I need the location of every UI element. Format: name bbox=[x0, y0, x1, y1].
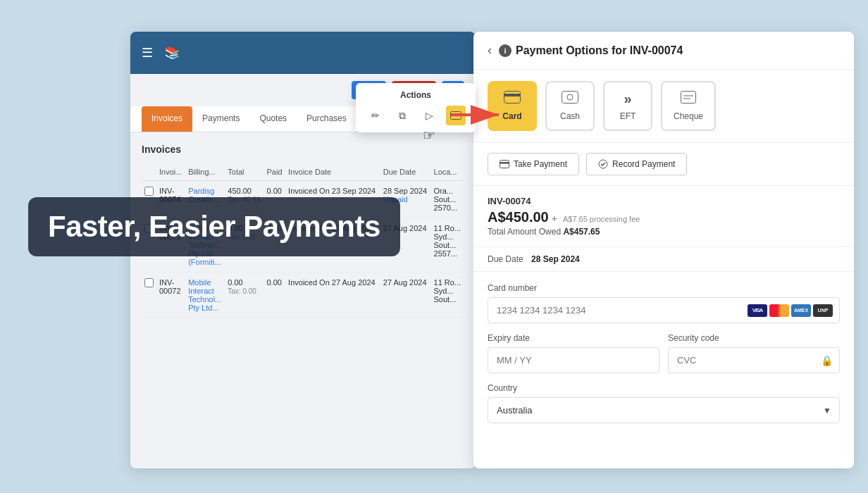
take-payment-icon bbox=[500, 160, 509, 168]
location: 11 Ro...Syd...Sout... bbox=[431, 273, 464, 318]
cheque-method-icon bbox=[681, 91, 696, 107]
row-checkbox[interactable] bbox=[144, 278, 154, 287]
tab-quotes[interactable]: Quotes bbox=[249, 106, 297, 132]
svg-rect-11 bbox=[500, 161, 509, 168]
copy-action[interactable]: ⧉ bbox=[392, 106, 412, 125]
table-row: INV-00072 MobileInteractTechnol...Pty Lt… bbox=[142, 273, 464, 318]
method-cash-label: Cash bbox=[560, 111, 580, 121]
svg-rect-12 bbox=[500, 162, 509, 164]
take-payment-label: Take Payment bbox=[514, 159, 567, 169]
payment-methods: Card Cash » EFT Cheque bbox=[473, 70, 854, 143]
total-owed: Total Amount Owed A$457.65 bbox=[488, 227, 840, 237]
card-number-wrapper: VISA AMEX UNP bbox=[488, 297, 840, 323]
cash-method-icon bbox=[562, 91, 578, 107]
hero-banner: Faster, Easier Payments bbox=[28, 197, 400, 256]
info-icon: i bbox=[499, 44, 512, 57]
total-label: Total Amount Owed bbox=[488, 227, 561, 237]
payment-title-text: Payment Options for INV-00074 bbox=[516, 44, 683, 57]
hero-title: Faster, Easier Payments bbox=[48, 210, 380, 244]
country-label: Country bbox=[488, 383, 840, 393]
send-action[interactable]: ▷ bbox=[419, 106, 439, 125]
tab-invoices[interactable]: Invoices bbox=[142, 106, 192, 132]
due-date-label: Due Date bbox=[488, 254, 523, 264]
svg-rect-6 bbox=[562, 92, 578, 104]
tab-payments[interactable]: Payments bbox=[192, 106, 249, 132]
arrow-icon bbox=[451, 102, 507, 132]
section-title: Invoices bbox=[142, 144, 464, 155]
security-group: Security code 🔒 bbox=[668, 333, 840, 373]
payment-panel: ‹ i Payment Options for INV-00074 Card bbox=[473, 32, 854, 468]
expiry-label: Expiry date bbox=[488, 333, 659, 343]
row-checkbox[interactable] bbox=[144, 187, 154, 196]
cvc-input[interactable] bbox=[668, 347, 840, 373]
total-amount: A$457.65 bbox=[563, 227, 600, 237]
svg-point-7 bbox=[567, 94, 573, 100]
card-number-label: Card number bbox=[488, 283, 840, 293]
col-paid: Paid bbox=[264, 163, 286, 181]
svg-rect-5 bbox=[504, 94, 521, 96]
col-checkbox bbox=[142, 163, 156, 181]
billing-name[interactable]: MobileInteractTechnol...Pty Ltd... bbox=[185, 273, 225, 318]
method-cheque-label: Cheque bbox=[674, 111, 703, 121]
col-total: Total bbox=[225, 163, 264, 181]
record-payment-label: Record Payment bbox=[612, 159, 675, 169]
location: 11 Ro...Syd...Sout...2557... bbox=[431, 218, 464, 273]
expiry-security-row: Expiry date Security code 🔒 bbox=[488, 333, 840, 383]
expiry-group: Expiry date bbox=[488, 333, 659, 373]
security-label: Security code bbox=[668, 333, 840, 343]
svg-rect-4 bbox=[504, 92, 521, 104]
method-eft-label: EFT bbox=[620, 111, 636, 121]
col-invoice-date: Invoice Date bbox=[285, 163, 380, 181]
panel-invoice-id: INV-00074 bbox=[488, 196, 840, 206]
invoice-date: Invoiced On 27 Aug 2024 bbox=[285, 273, 380, 318]
eft-method-icon: » bbox=[624, 91, 631, 107]
card-form: Card number VISA AMEX UNP Expiry date Se… bbox=[473, 272, 854, 444]
edit-action[interactable]: ✏ bbox=[366, 106, 385, 125]
invoice-total: 0.00Tax: 0.00 bbox=[225, 273, 264, 318]
country-group: Country Australia New Zealand United Sta… bbox=[488, 383, 840, 423]
expiry-input[interactable] bbox=[488, 347, 659, 373]
mastercard-icon bbox=[769, 304, 789, 317]
payment-title: i Payment Options for INV-00074 bbox=[499, 44, 683, 57]
svg-rect-8 bbox=[681, 92, 696, 104]
method-cash[interactable]: Cash bbox=[545, 81, 595, 131]
plus-sign: + bbox=[552, 213, 557, 224]
due-date-value: 28 Sep 2024 bbox=[531, 254, 580, 264]
tab-purchases[interactable]: Purchases bbox=[297, 106, 356, 132]
actions-title: Actions bbox=[366, 90, 466, 100]
country-select[interactable]: Australia New Zealand United States Unit… bbox=[488, 397, 840, 423]
col-billing: Billing... bbox=[185, 163, 225, 181]
invoice-id: INV-00072 bbox=[156, 273, 185, 318]
hamburger-icon[interactable]: ☰ bbox=[142, 45, 153, 61]
cvc-wrapper: 🔒 bbox=[668, 347, 840, 373]
amex-icon: AMEX bbox=[791, 304, 811, 317]
location: Ora...Sout...2570... bbox=[431, 181, 464, 218]
app-header: ☰ 📚 bbox=[130, 32, 476, 74]
visa-icon: VISA bbox=[748, 304, 767, 317]
due-date-row: Due Date 28 Sep 2024 bbox=[473, 247, 854, 272]
other-card-icon: UNP bbox=[813, 304, 833, 317]
cvc-icon: 🔒 bbox=[821, 355, 833, 366]
method-cheque[interactable]: Cheque bbox=[661, 81, 716, 131]
card-number-group: Card number VISA AMEX UNP bbox=[488, 283, 840, 323]
payment-header: ‹ i Payment Options for INV-00074 bbox=[473, 32, 854, 70]
cursor-icon: ☞ bbox=[423, 127, 435, 144]
take-payment-button[interactable]: Take Payment bbox=[488, 153, 579, 175]
due-date: 27 Aug 2024 bbox=[380, 273, 431, 318]
col-due-date: Due Date bbox=[380, 163, 431, 181]
invoice-paid: 0.00 bbox=[264, 273, 286, 318]
back-button[interactable]: ‹ bbox=[488, 43, 492, 58]
col-location: Loca... bbox=[431, 163, 464, 181]
invoice-info: INV-00074 A$450.00 + A$7.65 processing f… bbox=[473, 186, 854, 247]
card-brand-icons: VISA AMEX UNP bbox=[748, 304, 833, 317]
record-payment-icon bbox=[598, 159, 608, 169]
payment-action-buttons: Take Payment Record Payment bbox=[473, 143, 854, 186]
book-icon[interactable]: 📚 bbox=[164, 45, 180, 61]
invoice-amount: A$450.00 bbox=[488, 209, 549, 225]
record-payment-button[interactable]: Record Payment bbox=[586, 153, 687, 175]
col-invoice: Invoi... bbox=[156, 163, 185, 181]
method-eft[interactable]: » EFT bbox=[603, 81, 652, 131]
processing-fee: A$7.65 processing fee bbox=[563, 215, 640, 223]
country-select-wrapper: Australia New Zealand United States Unit… bbox=[488, 397, 840, 423]
